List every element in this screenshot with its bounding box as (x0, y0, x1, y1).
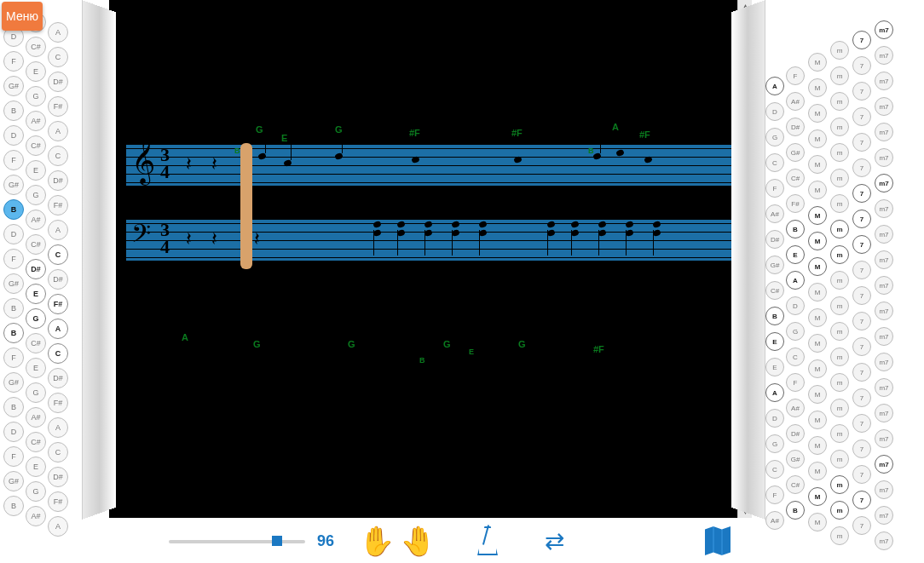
left-key[interactable]: G# (3, 175, 24, 195)
right-chord-key[interactable]: m (830, 475, 849, 494)
right-chord-key[interactable]: M (808, 308, 827, 327)
right-chord-key[interactable]: 7 (852, 439, 871, 458)
right-chord-key[interactable]: m (830, 348, 849, 366)
right-chord-key[interactable]: m (830, 424, 849, 443)
metronome-button[interactable] (469, 524, 503, 558)
right-chord-key[interactable]: 7 (852, 184, 871, 203)
left-key[interactable]: B (3, 496, 24, 516)
right-root-key[interactable]: C (765, 460, 784, 479)
left-key[interactable]: F# (48, 96, 68, 117)
left-key[interactable]: B (3, 298, 24, 319)
right-root-key[interactable]: G# (786, 143, 805, 162)
left-key[interactable]: F# (48, 294, 68, 314)
map-button[interactable] (701, 524, 735, 558)
left-key[interactable]: D# (48, 170, 68, 191)
right-chord-key[interactable]: m7 (875, 531, 893, 550)
right-chord-key[interactable]: M (808, 155, 827, 174)
left-key[interactable]: D (3, 422, 24, 442)
right-chord-key[interactable]: m (830, 322, 849, 341)
right-chord-key[interactable]: m (830, 399, 849, 417)
right-chord-key[interactable]: 7 (852, 210, 871, 228)
left-key[interactable]: D# (48, 72, 68, 92)
left-key[interactable]: D# (48, 368, 68, 388)
right-chord-key[interactable]: 7 (852, 235, 871, 254)
right-chord-key[interactable]: 7 (852, 31, 871, 49)
right-chord-key[interactable]: m (830, 118, 849, 136)
right-root-key[interactable]: C# (786, 169, 805, 187)
right-chord-key[interactable]: m7 (875, 302, 893, 320)
left-key[interactable]: D# (26, 259, 46, 279)
right-chord-key[interactable]: M (808, 411, 827, 429)
left-key[interactable]: A# (26, 210, 46, 230)
left-key[interactable]: F (3, 150, 24, 170)
left-key[interactable]: A# (26, 407, 46, 428)
left-key[interactable]: C# (26, 432, 46, 452)
left-key[interactable]: A# (26, 506, 46, 526)
left-key[interactable]: B (3, 323, 24, 343)
left-key[interactable]: A# (26, 111, 46, 131)
right-root-key[interactable]: G# (765, 256, 784, 274)
right-root-key[interactable]: B (786, 220, 805, 238)
left-key[interactable]: G# (3, 76, 24, 96)
left-hand-button[interactable]: ✋ (360, 524, 394, 558)
right-chord-key[interactable]: m7 (875, 199, 893, 218)
right-chord-key[interactable]: m7 (875, 327, 893, 346)
right-root-key[interactable]: E (765, 358, 784, 376)
right-chord-key[interactable]: 7 (852, 337, 871, 356)
right-root-key[interactable]: D (786, 296, 805, 315)
right-chord-key[interactable]: m7 (875, 225, 893, 244)
right-chord-key[interactable]: m (830, 220, 849, 238)
right-chord-key[interactable]: m7 (875, 20, 893, 39)
right-root-key[interactable]: C# (786, 475, 805, 494)
right-chord-key[interactable]: 7 (852, 312, 871, 330)
left-key[interactable]: A (48, 121, 68, 141)
right-chord-key[interactable]: m (830, 169, 849, 187)
right-chord-key[interactable]: m (830, 373, 849, 392)
right-chord-key[interactable]: m (830, 245, 849, 264)
left-key[interactable]: D (3, 224, 24, 244)
right-root-key[interactable]: A# (765, 204, 784, 223)
left-key[interactable]: F# (48, 195, 68, 215)
right-chord-key[interactable]: 7 (852, 286, 871, 305)
left-key[interactable]: D# (48, 269, 68, 290)
right-chord-key[interactable]: m (830, 41, 849, 60)
left-key[interactable]: G# (3, 273, 24, 294)
left-key[interactable]: F# (48, 491, 68, 512)
left-key[interactable]: C# (26, 37, 46, 57)
right-chord-key[interactable]: m (830, 194, 849, 213)
right-chord-key[interactable]: M (808, 487, 827, 506)
right-chord-key[interactable]: M (808, 359, 827, 378)
playback-cursor[interactable] (240, 143, 252, 269)
right-root-key[interactable]: A (765, 77, 784, 95)
right-root-key[interactable]: D (765, 102, 784, 121)
right-chord-key[interactable]: m7 (875, 148, 893, 167)
left-key[interactable]: G (26, 185, 46, 205)
left-key[interactable]: G (26, 481, 46, 502)
left-key[interactable]: A (48, 22, 68, 43)
left-key[interactable]: E (26, 358, 46, 378)
right-root-key[interactable]: G# (786, 450, 805, 468)
right-chord-key[interactable]: 7 (852, 158, 871, 177)
left-key[interactable]: E (26, 284, 46, 304)
right-chord-key[interactable]: m (830, 143, 849, 162)
left-key[interactable]: E (26, 457, 46, 477)
right-chord-key[interactable]: 7 (852, 82, 871, 101)
left-key[interactable]: G# (3, 471, 24, 491)
right-chord-key[interactable]: m7 (875, 506, 893, 525)
right-chord-key[interactable]: m (830, 92, 849, 111)
left-key[interactable]: E (26, 160, 46, 181)
right-chord-key[interactable]: M (808, 78, 827, 97)
left-key[interactable]: G (26, 382, 46, 403)
right-chord-key[interactable]: M (808, 257, 827, 276)
right-root-key[interactable]: G (765, 434, 784, 453)
loop-button[interactable]: ⇄ (537, 524, 571, 558)
left-key[interactable]: C (48, 442, 68, 462)
right-chord-key[interactable]: 7 (852, 107, 871, 126)
tempo-slider[interactable] (169, 532, 305, 549)
left-key[interactable]: A (48, 417, 68, 438)
right-root-key[interactable]: F# (786, 194, 805, 213)
right-chord-key[interactable]: M (808, 385, 827, 404)
right-root-key[interactable]: A# (765, 511, 784, 530)
right-chord-key[interactable]: m7 (875, 97, 893, 116)
right-chord-key[interactable]: 7 (852, 363, 871, 382)
